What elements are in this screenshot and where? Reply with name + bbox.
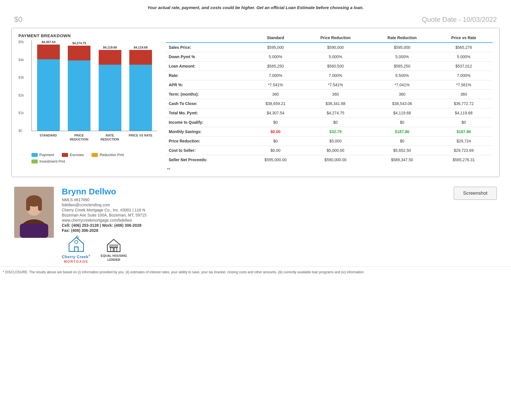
bar-price-vs-rate-label: $4,119.68 — [134, 46, 147, 49]
legend-reduction-box — [92, 153, 98, 157]
svg-rect-8 — [26, 201, 30, 211]
val-loan-pvr: $537,012 — [435, 62, 493, 71]
ehl-text2: LENDER — [107, 258, 120, 261]
th-standard: Standard — [249, 33, 301, 43]
svg-rect-9 — [38, 201, 42, 211]
disclaimer-text: Your actual rate, payment, and costs cou… — [11, 5, 500, 10]
ccm-logo: Cherry Creek® MORTGAGE — [62, 236, 90, 264]
th-label — [166, 33, 249, 43]
row-income-qualify: Income to Qualify: $0 $0 $0 $0 — [166, 118, 493, 127]
svg-marker-10 — [69, 237, 83, 251]
row-cash-to-close: Cash To Close: $38,659.21 $38,341.88 $38… — [166, 99, 493, 108]
comparison-table: Standard Price Reduction Rate Reduction … — [166, 33, 493, 164]
val-iq-rate-red: $0 — [369, 118, 435, 127]
y-label-3k: $3k — [18, 76, 24, 79]
row-apr: APR %: *7.541% *7.541% *7.041% *7.561% — [166, 80, 493, 90]
row-rate: Rate: 7.000% 7.000% 6.500% 7.000% — [166, 71, 493, 80]
legend-reduction-label: Reduction Pmt — [100, 153, 124, 157]
label-income-qualify: Income to Qualify: — [166, 118, 249, 127]
legend-investment-box — [31, 159, 38, 163]
val-pr-rate-red: $0 — [369, 136, 435, 146]
logos-area: Cherry Creek® MORTGAGE EQUAL HOUSING LEN… — [62, 236, 446, 264]
ccm-mortgage-text: MORTGAGE — [64, 260, 88, 264]
val-iq-pvr: $0 — [435, 118, 493, 127]
bar-price-reduction: $4,274.75 — [65, 41, 93, 131]
header-amount: $0 — [14, 15, 22, 24]
val-cts-standard: $0.00 — [249, 146, 301, 155]
legend-payment: Payment — [31, 153, 54, 157]
bar-price-vs-rate: $4,119.68 — [127, 46, 155, 131]
val-down-rate-red: 5.000% — [369, 52, 435, 62]
legend-payment-label: Payment — [39, 153, 54, 157]
val-sales-rate-red: $595,000 — [369, 43, 435, 52]
val-apr-pvr: *7.561% — [435, 80, 493, 90]
val-tmp-price-red: $4,274.75 — [302, 108, 369, 118]
label-seller-net: Seller Net Proceeds: — [166, 155, 249, 165]
svg-marker-17 — [107, 239, 120, 251]
bars-container: $4,307.54 $4,274.75 — [31, 40, 157, 131]
val-ms-rate-red: $187.86 — [369, 127, 435, 136]
bar-rate-reduction-stack — [99, 50, 121, 131]
svg-rect-5 — [20, 224, 48, 238]
y-label-2k: $2k — [18, 94, 24, 97]
contact-email: bdellwo@ccmclending.com — [62, 203, 446, 207]
label-sales-price: Sales Price: — [166, 43, 249, 52]
ehl-text1: EQUAL HOUSING — [101, 254, 127, 257]
contact-fax: Fax: (406) 306-2028 — [62, 228, 446, 233]
quote-date: Quote Date - 10/03/2022 — [422, 16, 497, 24]
contact-address2: Bozeman Ave Suite 100A, Bozeman, MT, 597… — [62, 213, 446, 217]
contact-cell-work: Cell: (406) 253-3128 | Work: (406) 306-2… — [62, 223, 446, 228]
label-monthly-savings: Monthly Savings: — [166, 127, 249, 136]
svg-point-13 — [75, 240, 78, 243]
bar-standard-payment — [37, 59, 60, 131]
label-price-reduction: Price Reduction: — [166, 136, 249, 146]
val-cts-rate-red: $5,652.50 — [369, 146, 435, 155]
legend-reduction: Reduction Pmt — [92, 153, 124, 157]
val-term-pvr: 360 — [435, 90, 493, 99]
val-sales-price-red: $590,000 — [302, 43, 369, 52]
y-label-1k: $1k — [18, 111, 24, 115]
val-tmp-pvr: $4,119.68 — [435, 108, 493, 118]
bar-rate-reduction-payment — [99, 65, 121, 131]
val-pr-price-red: $5,000 — [302, 136, 369, 146]
bar-price-vs-rate-stack — [129, 50, 152, 131]
val-loan-standard: $565,250 — [249, 62, 301, 71]
val-sales-standard: $595,000 — [249, 43, 301, 52]
val-rate-pvr: 7.000% — [435, 71, 493, 80]
screenshot-button[interactable]: Screenshot — [454, 187, 497, 200]
val-ms-price-red: $32.79 — [302, 127, 369, 136]
bar-standard-escrow — [37, 45, 60, 59]
val-apr-price-red: *7.541% — [302, 80, 369, 90]
val-snp-standard: $595,000.00 — [249, 155, 301, 165]
val-snp-rate-red: $589,347.50 — [369, 155, 435, 165]
bar-standard-stack — [37, 45, 60, 131]
val-down-pvr: 5.000% — [435, 52, 493, 62]
contact-website: www.cherrycreekmortgage.com/bdellwo — [62, 218, 446, 222]
bar-rate-reduction: $4,119.68 — [96, 46, 124, 131]
bar-price-vs-rate-escrow — [129, 50, 152, 65]
val-down-price-red: 5.000% — [302, 52, 369, 62]
val-ctc-rate-red: $38,543.06 — [369, 99, 435, 108]
contact-section: Brynn Dellwo NMLS #817890 bdellwo@ccmcle… — [11, 184, 500, 266]
xlabel-price-vs-rate: PRICE VS RATE — [127, 133, 155, 142]
label-apr: APR %: — [166, 80, 249, 90]
val-iq-standard: $0 — [249, 118, 301, 127]
y-label-5k: $5k — [18, 40, 24, 44]
legend-escrows: Escrows — [62, 153, 84, 157]
bar-price-vs-rate-payment — [129, 65, 152, 131]
svg-rect-11 — [74, 247, 78, 251]
val-snp-price-red: $590,000.00 — [302, 155, 369, 165]
val-term-rate-red: 360 — [369, 90, 435, 99]
bar-price-reduction-stack — [68, 46, 90, 131]
row-price-reduction: Price Reduction: $0 $5,000 $0 $29,724 — [166, 136, 493, 146]
label-cost-to-seller: Cost to Seller: — [166, 146, 249, 155]
row-seller-net: Seller Net Proceeds: $595,000.00 $590,00… — [166, 155, 493, 165]
contact-address1: Cherry Creek Mortgage Co., Inc. #3001 | … — [62, 208, 446, 212]
th-price-reduction: Price Reduction — [302, 33, 369, 43]
bar-standard-label: $4,307.54 — [42, 40, 56, 44]
val-sales-pvr: $565,276 — [435, 43, 493, 52]
contact-name: Brynn Dellwo — [62, 187, 446, 196]
th-price-vs-rate: Price vs Rate — [435, 33, 493, 43]
legend-investment: Investment Pmt — [31, 159, 65, 163]
y-label-4k: $4k — [18, 58, 24, 62]
